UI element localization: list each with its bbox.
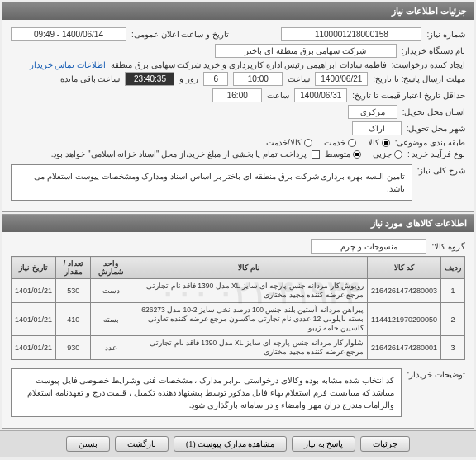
- items-table: ردیف کد کالا نام کالا واحد شمارش تعداد /…: [11, 256, 465, 360]
- label-deadline: مهلت ارسال پاسخ: تا تاریخ:: [373, 74, 465, 83]
- label-creator: ایجاد کننده درخواست:: [392, 60, 465, 69]
- value-buyer: شرکت سهامی برق منطقه ای باختر: [215, 44, 397, 58]
- label-time-2: ساعت: [267, 91, 289, 100]
- value-validity-time: 16:00: [212, 88, 262, 102]
- value-need-title: تامین البسه بهره برداری شرکت برق منطقه ا…: [11, 164, 412, 201]
- label-buyer: نام دستگاه خریدار:: [402, 46, 465, 55]
- cell-date: 1401/01/21: [12, 279, 56, 303]
- value-city: اراک: [352, 121, 402, 135]
- value-group: منسوجات و چرم: [311, 239, 426, 254]
- value-deadline-date: 1400/06/21: [315, 72, 368, 86]
- radio-small[interactable]: [394, 150, 402, 159]
- cell-row: 1: [441, 279, 465, 303]
- cell-unit: عدد: [91, 336, 131, 360]
- cell-code: 1144121970290050: [367, 303, 440, 336]
- radio-both[interactable]: [304, 139, 312, 147]
- label-city: شهر محل تحویل:: [407, 124, 465, 133]
- col-date: تاریخ نیاز: [12, 257, 56, 279]
- label-announce: تاریخ و ساعت اعلان عمومی:: [131, 30, 229, 39]
- label-category: طبقه بندی موضوعی:: [395, 138, 465, 147]
- radio-goods-label: کالا: [368, 138, 379, 147]
- value-buyer-notes: کد انتخاب شده مشابه بوده وکالای درخواستی…: [11, 368, 402, 417]
- value-announce: 1400/06/14 - 09:49: [11, 27, 126, 41]
- link-contact-buyer[interactable]: اطلاعات تماس خریدار: [30, 60, 107, 69]
- radio-group-category: کالا خدمت کالا/خدمت: [266, 138, 390, 147]
- label-days-suffix: روز و: [179, 74, 198, 83]
- cell-unit: دست: [91, 279, 131, 303]
- label-need-title: شرح کلی نیاز:: [417, 161, 465, 175]
- label-time-1: ساعت: [288, 74, 310, 83]
- label-req-no: شماره نیاز:: [426, 30, 465, 39]
- value-days: 6: [203, 72, 228, 86]
- col-row: ردیف: [441, 257, 465, 279]
- col-qty: تعداد / مقدار: [56, 257, 91, 279]
- radio-goods[interactable]: [382, 139, 390, 147]
- label-pay-note: پرداخت تمام یا بخشی از مبلغ خرید،از محل …: [51, 149, 307, 159]
- cell-code: 2164261474280003: [367, 279, 440, 303]
- panel-header-details: جزئیات اطلاعات نیاز: [2, 2, 474, 20]
- cell-row: 3: [441, 336, 465, 360]
- cell-name: شلوار کار مردانه جنس پارچه ای سایز XL مد…: [131, 336, 368, 360]
- value-countdown: 23:40:35: [125, 72, 174, 86]
- radio-service[interactable]: [348, 139, 356, 147]
- radio-medium[interactable]: [353, 150, 361, 159]
- panel-items: اطلاعات کالاهای مورد نیاز گروه کالا: منس…: [2, 214, 474, 429]
- radio-group-process: جزیی متوسط: [325, 149, 402, 159]
- table-row: 21144121970290050پیراهن مردانه آستین بلن…: [12, 303, 465, 336]
- btn-reply[interactable]: پاسخ به نیاز: [292, 436, 355, 452]
- cell-date: 1401/01/21: [12, 303, 56, 336]
- cell-date: 1401/01/21: [12, 336, 56, 360]
- label-group: گروه کالا:: [431, 242, 465, 251]
- btn-back[interactable]: بازگشت: [115, 436, 169, 452]
- cell-unit: بسته: [91, 303, 131, 336]
- table-row: 32164261474280001شلوار کار مردانه جنس پا…: [12, 336, 465, 360]
- table-header-row: ردیف کد کالا نام کالا واحد شمارش تعداد /…: [12, 257, 465, 279]
- value-creator: فاطمه سادات ابراهیمی رئیس اداره کارپرداز…: [111, 60, 387, 69]
- label-process: نوع فرآیند خرید :: [407, 149, 465, 159]
- cell-qty: 530: [56, 279, 91, 303]
- label-remain: ساعت باقی مانده: [60, 74, 121, 83]
- cell-row: 2: [441, 303, 465, 336]
- cell-qty: 410: [56, 303, 91, 336]
- btn-close[interactable]: بستن: [66, 436, 110, 452]
- col-code: کد کالا: [367, 257, 440, 279]
- table-row: 12164261474280003رویوش کار مردانه جنس پا…: [12, 279, 465, 303]
- checkbox-treasury[interactable]: [312, 150, 320, 159]
- cell-name: رویوش کار مردانه جنس پارچه ای سایز XL مد…: [131, 279, 368, 303]
- panel-header-items: اطلاعات کالاهای مورد نیاز: [2, 215, 474, 232]
- col-name: نام کالا: [131, 257, 368, 279]
- panel-need-details: جزئیات اطلاعات نیاز شماره نیاز: 11000012…: [2, 2, 474, 212]
- value-province: مرکزی: [348, 105, 397, 119]
- cell-qty: 930: [56, 336, 91, 360]
- radio-service-label: خدمت: [324, 138, 345, 147]
- label-buyer-notes: توضیحات خریدار:: [407, 365, 465, 379]
- radio-medium-label: متوسط: [325, 149, 350, 159]
- value-deadline-time: 10:00: [233, 72, 283, 86]
- value-validity-date: 1400/06/31: [294, 88, 347, 102]
- btn-detail[interactable]: جزئیات: [360, 436, 410, 452]
- label-validity: حداقل تاریخ اعتبار قیمت تا تاریخ:: [352, 91, 465, 100]
- cell-code: 2164261474280001: [367, 336, 440, 360]
- radio-small-label: جزیی: [373, 149, 392, 159]
- label-province: استان محل تحویل:: [402, 107, 465, 116]
- value-req-no: 1100001218000158: [281, 27, 421, 41]
- footer-buttons: جزئیات پاسخ به نیاز مشاهده مدارک پیوست (…: [0, 430, 476, 457]
- radio-both-label: کالا/خدمت: [266, 138, 302, 147]
- col-unit: واحد شمارش: [91, 257, 131, 279]
- cell-name: پیراهن مردانه آستین بلند جنس 100 درصد نخ…: [131, 303, 368, 336]
- btn-attachments[interactable]: مشاهده مدارک پیوست (1): [174, 436, 287, 452]
